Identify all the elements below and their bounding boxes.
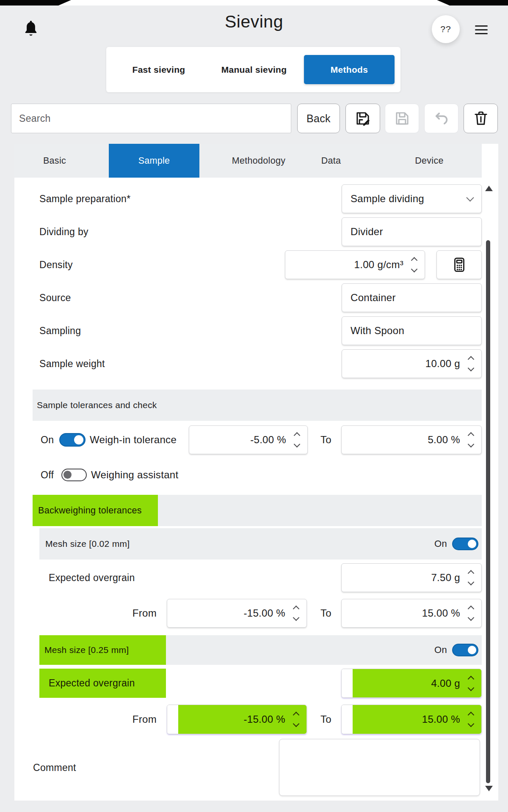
mesh1-overgrain-stepper[interactable] <box>463 571 481 584</box>
sampling-select[interactable]: With Spoon <box>342 316 482 345</box>
mesh2-from-value: -15.00 % <box>178 713 288 725</box>
density-label: Density <box>39 250 73 279</box>
mesh2-toggle[interactable] <box>452 644 478 656</box>
stepper-up-icon[interactable] <box>467 432 474 439</box>
source-select[interactable]: Container <box>342 283 482 312</box>
app-window: Sieving ?? Fast sieving Manual sieving M… <box>0 0 508 812</box>
stepper-down-icon[interactable] <box>293 441 300 448</box>
search-input[interactable] <box>11 104 291 133</box>
save-as-button[interactable] <box>345 104 380 133</box>
sample-weight-input[interactable]: 10.00 g <box>342 349 482 378</box>
stepper-up-icon[interactable] <box>293 432 300 439</box>
stepper-down-icon[interactable] <box>411 266 417 273</box>
mesh1-from-stepper[interactable] <box>288 606 306 620</box>
sample-preparation-select[interactable]: Sample dividing <box>342 184 482 213</box>
back-button[interactable]: Back <box>297 104 340 133</box>
dividing-by-value: Divider <box>342 226 481 238</box>
mesh1-to-stepper[interactable] <box>463 606 481 620</box>
scroll-up-icon[interactable] <box>485 186 493 191</box>
stepper-down-icon[interactable] <box>467 441 474 448</box>
undo-button[interactable] <box>424 104 458 133</box>
scrollbar-thumb[interactable] <box>486 240 490 783</box>
stepper-up-icon[interactable] <box>467 606 474 612</box>
mesh1-from-input[interactable]: -15.00 % <box>167 599 307 628</box>
weighing-assistant-state-label: Off <box>41 461 54 489</box>
mesh1-row: Mesh size [0.02 mm] On <box>39 528 482 560</box>
mesh1-overgrain-label: Expected overgrain <box>49 563 135 592</box>
tab-methodology[interactable]: Methodology <box>221 144 297 178</box>
mesh2-overgrain-value: 4.00 g <box>353 678 463 689</box>
sample-preparation-label: Sample preparation* <box>39 184 130 213</box>
weigh-in-from-value: -5.00 % <box>189 434 289 446</box>
sample-preparation-value: Sample dividing <box>342 193 467 205</box>
device-notch <box>58 0 450 5</box>
stepper-down-icon[interactable] <box>293 614 299 621</box>
sample-tolerances-section-header: Sample tolerances and check <box>33 390 482 421</box>
weigh-in-tolerance-toggle[interactable] <box>59 433 86 447</box>
weigh-in-to-input[interactable]: 5.00 % <box>341 425 482 454</box>
weighing-assistant-toggle[interactable] <box>61 469 87 481</box>
device-top-strip <box>0 0 508 5</box>
tab-sample[interactable]: Sample <box>109 144 199 178</box>
mesh2-from-stepper[interactable] <box>288 713 306 726</box>
stepper-up-icon[interactable] <box>467 356 474 363</box>
sample-weight-label: Sample weight <box>39 349 105 378</box>
stepper-up-icon[interactable] <box>411 257 417 264</box>
sampling-label: Sampling <box>39 316 81 345</box>
tab-fast-sieving[interactable]: Fast sieving <box>125 47 193 92</box>
weigh-in-from-input[interactable]: -5.00 % <box>189 425 308 454</box>
hamburger-menu-icon[interactable] <box>475 25 488 34</box>
tab-manual-sieving[interactable]: Manual sieving <box>220 47 288 92</box>
weighing-assistant-label: Weighing assistant <box>91 461 178 489</box>
save-button[interactable] <box>385 104 419 133</box>
scroll-down-icon[interactable] <box>485 786 493 791</box>
stepper-down-icon[interactable] <box>467 579 474 586</box>
density-value: 1.00 g/cm³ <box>285 259 406 271</box>
stepper-down-icon[interactable] <box>293 721 299 727</box>
weigh-in-to-label: To <box>317 425 335 454</box>
mesh1-overgrain-input[interactable]: 7.50 g <box>341 563 482 592</box>
tab-basic[interactable]: Basic <box>29 144 80 178</box>
mesh2-overgrain-input[interactable]: 4.00 g <box>341 669 482 698</box>
stepper-down-icon[interactable] <box>467 684 474 691</box>
mesh1-to-input[interactable]: 15.00 % <box>341 599 482 628</box>
help-button-label: ?? <box>440 24 451 34</box>
toggle-knob <box>468 540 476 548</box>
weigh-in-from-stepper[interactable] <box>289 433 307 447</box>
weigh-in-to-stepper[interactable] <box>463 433 481 447</box>
comment-input[interactable] <box>279 739 480 796</box>
stepper-up-icon[interactable] <box>293 606 299 612</box>
mesh2-from-input[interactable]: -15.00 % <box>167 705 307 734</box>
field-white-strip <box>342 705 353 734</box>
stepper-down-icon[interactable] <box>467 721 474 727</box>
stepper-up-icon[interactable] <box>467 570 474 577</box>
dividing-by-label: Dividing by <box>39 217 88 246</box>
mesh2-overgrain-stepper[interactable] <box>463 677 481 690</box>
tab-device[interactable]: Device <box>395 144 463 178</box>
density-stepper[interactable] <box>406 258 425 272</box>
stepper-down-icon[interactable] <box>467 614 474 621</box>
stepper-up-icon[interactable] <box>293 712 299 719</box>
main-tab-bar: Fast sieving Manual sieving Methods <box>106 47 400 92</box>
help-button[interactable]: ?? <box>432 15 460 43</box>
dividing-by-select[interactable]: Divider <box>342 217 482 246</box>
mesh2-label-highlight: Mesh size [0.25 mm] <box>39 635 166 665</box>
stepper-down-icon[interactable] <box>467 365 474 372</box>
mesh2-to-stepper[interactable] <box>463 713 481 726</box>
sample-weight-stepper[interactable] <box>463 357 481 370</box>
mesh2-to-input[interactable]: 15.00 % <box>341 705 482 734</box>
mesh1-to-value: 15.00 % <box>342 607 463 619</box>
undo-icon <box>433 110 450 127</box>
tab-data[interactable]: Data <box>306 144 356 178</box>
field-white-strip <box>342 669 353 697</box>
mesh1-toggle[interactable] <box>452 538 478 550</box>
sampling-value: With Spoon <box>342 325 481 337</box>
stepper-up-icon[interactable] <box>467 675 474 682</box>
stepper-up-icon[interactable] <box>467 712 474 719</box>
tab-methods[interactable]: Methods <box>304 55 395 84</box>
mesh2-state-label: On <box>434 645 447 656</box>
density-calculator-button[interactable] <box>436 250 482 279</box>
mesh2-row: Mesh size [0.25 mm] On <box>39 635 482 665</box>
delete-button[interactable] <box>464 104 498 133</box>
density-input[interactable]: 1.00 g/cm³ <box>285 250 425 279</box>
